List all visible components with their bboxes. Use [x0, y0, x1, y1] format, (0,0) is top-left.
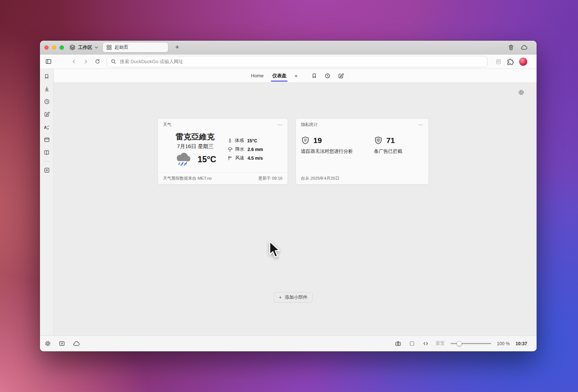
dashboard-settings-gear-icon[interactable]	[518, 89, 524, 95]
account-avatar[interactable]	[519, 58, 527, 66]
split-view-icon[interactable]	[58, 340, 66, 348]
zoom-level: 100 %	[497, 341, 510, 346]
weather-city: 雷克亞維克	[163, 132, 228, 142]
mouse-cursor	[268, 241, 281, 259]
tab-dashboard[interactable]: 仪表盘	[268, 69, 291, 82]
notes-edit-icon[interactable]	[44, 111, 50, 118]
url-search-bar[interactable]	[107, 56, 488, 67]
weather-temperature: 15°C	[198, 155, 216, 164]
browser-window: 工作区 起始页 +	[40, 41, 537, 351]
tab-dashboard-label: 仪表盘	[272, 73, 286, 79]
code-icon[interactable]	[422, 340, 430, 348]
close-window-button[interactable]	[44, 45, 49, 50]
settings-gear-icon[interactable]	[44, 340, 52, 348]
thermometer-icon	[228, 138, 232, 143]
search-icon	[111, 59, 116, 64]
zoom-window-button[interactable]	[60, 45, 64, 50]
grid-icon	[106, 45, 112, 50]
download-icon[interactable]	[44, 86, 50, 92]
add-panel-icon[interactable]	[44, 167, 50, 173]
weather-detail-label: 降水	[235, 146, 244, 152]
privacy-stats-widget: 隐私统计 ⋯	[296, 118, 429, 185]
new-tab-button[interactable]: +	[172, 43, 182, 52]
trackers-stat: 19 追踪器无法对您进行分析	[301, 136, 353, 155]
privacy-since: 自从 2025年4月25日	[301, 176, 339, 181]
cloud-sync-icon[interactable]	[520, 44, 527, 50]
weather-detail-value: 4.5 m/s	[248, 156, 263, 161]
weather-widget: 天气 ⋯ 雷克亞維克 7月16日 星期三	[158, 118, 288, 185]
traffic-lights	[44, 45, 64, 50]
back-button[interactable]	[69, 57, 78, 66]
titlebar: 工作区 起始页 +	[40, 41, 537, 54]
weather-date: 7月16日 星期三	[163, 143, 228, 150]
trash-icon[interactable]	[508, 44, 514, 50]
trackers-count: 19	[313, 136, 322, 145]
wind-flag-icon	[228, 155, 233, 161]
clock-icon[interactable]	[325, 73, 330, 79]
add-dashboard-tab-button[interactable]: +	[291, 73, 301, 79]
workspace-selector[interactable]: 工作区	[69, 44, 98, 51]
left-sidebar: A x	[40, 69, 54, 335]
plus-icon: +	[279, 294, 282, 300]
translate-page-icon[interactable]	[496, 59, 501, 65]
weather-detail-row: 风速 4.5 m/s	[228, 155, 282, 161]
weather-widget-menu-button[interactable]: ⋯	[277, 123, 282, 126]
privacy-widget-title: 隐私统计	[301, 122, 318, 127]
weather-detail-value: 2.6 mm	[248, 147, 263, 152]
weather-detail-label: 风速	[235, 155, 244, 161]
search-input[interactable]	[119, 58, 484, 65]
forward-button[interactable]	[81, 57, 90, 66]
weather-detail-row: 体感 15°C	[228, 138, 282, 144]
svg-text:A: A	[44, 125, 47, 129]
tab-start-page[interactable]: 起始页	[103, 42, 168, 52]
zoom-slider[interactable]	[451, 343, 491, 344]
weather-detail-value: 15°C	[247, 138, 257, 143]
dashboard-canvas: 天气 ⋯ 雷克亞維克 7月16日 星期三	[54, 83, 537, 335]
reader-book-icon[interactable]	[44, 149, 50, 156]
zoom-reset-button[interactable]: 重置	[436, 340, 445, 347]
tab-home[interactable]: Home	[247, 69, 268, 82]
startpage-tabbar: Home 仪表盘 +	[54, 69, 537, 83]
clock-time: 10:37	[516, 341, 527, 346]
active-tab-underline	[271, 81, 288, 82]
tab-title: 起始页	[115, 44, 129, 50]
extensions-puzzle-icon[interactable]	[507, 58, 514, 65]
layers-icon	[69, 44, 76, 50]
bookmark-icon[interactable]	[44, 73, 50, 79]
shield-icon	[374, 136, 383, 145]
reload-button[interactable]	[93, 57, 102, 66]
chevron-down-icon	[95, 46, 98, 49]
window-panel-icon[interactable]	[44, 136, 50, 143]
ads-stat: 71 条广告已拦截	[374, 136, 402, 155]
shield-icon	[301, 136, 310, 145]
tab-home-label: Home	[251, 73, 264, 78]
svg-text:x: x	[47, 127, 49, 130]
weather-source: 天气预报数据来自 MET.no	[163, 176, 212, 181]
weather-detail-label: 体感	[235, 138, 244, 144]
edit-pencil-icon[interactable]	[338, 73, 344, 79]
weather-widget-title: 天气	[163, 122, 171, 127]
desktop-background: 工作区 起始页 +	[0, 0, 578, 392]
privacy-widget-menu-button[interactable]: ⋯	[418, 123, 423, 126]
cloud-icon[interactable]	[72, 340, 80, 348]
translate-icon[interactable]: A x	[44, 124, 50, 130]
trackers-label: 追踪器无法对您进行分析	[301, 148, 353, 155]
zoom-slider-knob[interactable]	[457, 341, 462, 346]
rain-cloud-icon	[174, 151, 193, 167]
add-widget-button[interactable]: + 添加小部件	[274, 292, 313, 302]
add-widget-label: 添加小部件	[285, 294, 308, 301]
sidebar-divider	[44, 161, 50, 162]
ads-count: 71	[386, 136, 395, 145]
bookmark-icon[interactable]	[312, 73, 317, 78]
weather-updated: 更新于 09:16	[259, 176, 282, 181]
history-clock-icon[interactable]	[44, 98, 50, 105]
screenshot-camera-icon[interactable]	[394, 340, 402, 348]
workspace-label: 工作区	[78, 44, 92, 51]
sidebar-toggle-icon[interactable]	[44, 57, 53, 66]
navigation-bar	[40, 54, 537, 69]
frame-select-icon[interactable]	[408, 340, 416, 348]
status-bar: 重置 100 % 10:37	[40, 335, 537, 351]
minimize-window-button[interactable]	[52, 45, 56, 50]
umbrella-icon	[228, 147, 233, 152]
weather-detail-row: 降水 2.6 mm	[228, 146, 282, 152]
